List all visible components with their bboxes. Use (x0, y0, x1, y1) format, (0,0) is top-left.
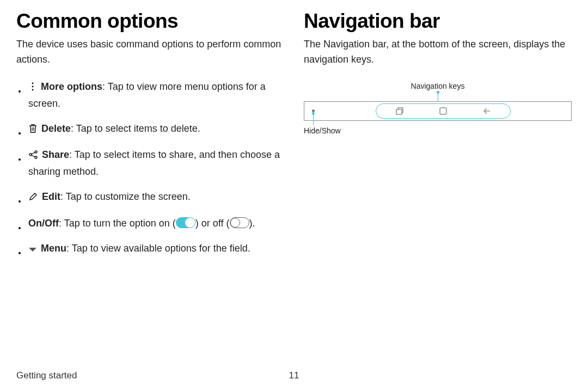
desc-onoff-c: ). (249, 218, 255, 229)
delete-icon (28, 123, 38, 138)
label-hide-show: Hide/Show (304, 126, 341, 135)
svg-point-5 (35, 156, 37, 158)
label-delete: Delete (41, 123, 71, 134)
intro-navigation-bar: The Navigation bar, at the bottom of the… (304, 37, 572, 68)
label-share: Share (42, 149, 69, 160)
item-more-options: More options: Tap to view more menu opti… (16, 79, 284, 112)
heading-common-options: Common options (16, 10, 284, 33)
home-icon (438, 106, 448, 116)
more-options-icon (28, 81, 37, 96)
options-list: More options: Tap to view more menu opti… (16, 79, 284, 258)
recents-icon (395, 106, 405, 116)
svg-point-1 (32, 85, 34, 87)
back-icon (482, 106, 492, 116)
footer-page-number: 11 (289, 370, 299, 381)
right-column: Navigation bar The Navigation bar, at th… (304, 10, 572, 268)
footer-section: Getting started (16, 370, 77, 381)
item-delete: Delete: Tap to select items to delete. (16, 121, 284, 138)
item-edit: Edit: Tap to customize the screen. (16, 189, 284, 206)
toggle-off-icon (230, 217, 249, 228)
item-share: Share: Tap to select items to share, and… (16, 148, 284, 180)
label-more-options: More options (41, 81, 102, 92)
intro-common-options: The device uses basic command options to… (16, 37, 284, 68)
edit-icon (28, 191, 38, 206)
desc-menu: : Tap to view available options for the … (66, 243, 250, 254)
leader-line-bottom (313, 113, 314, 125)
navbar-box (304, 101, 572, 121)
menu-icon (28, 243, 37, 258)
svg-point-2 (32, 89, 34, 90)
svg-rect-6 (396, 109, 402, 114)
item-onoff: On/Off: Tap to turn the option on () or … (16, 216, 284, 231)
heading-navigation-bar: Navigation bar (304, 10, 572, 33)
label-menu: Menu (41, 243, 66, 254)
leader-line-top (438, 93, 438, 101)
item-menu: Menu: Tap to view available options for … (16, 241, 284, 258)
left-column: Common options The device uses basic com… (16, 10, 284, 268)
label-edit: Edit (42, 191, 60, 202)
nav-keys-group (376, 103, 511, 119)
desc-onoff-b: ) or off ( (195, 218, 230, 229)
label-onoff: On/Off (28, 218, 59, 229)
desc-delete: : Tap to select items to delete. (71, 123, 200, 134)
desc-edit: : Tap to customize the screen. (60, 191, 191, 202)
share-icon (28, 149, 38, 164)
navigation-diagram: Navigation keys (304, 82, 572, 121)
page-footer: Getting started 11 (16, 370, 572, 381)
label-navigation-keys: Navigation keys (304, 82, 572, 90)
svg-point-4 (29, 154, 32, 156)
svg-point-0 (32, 82, 34, 84)
svg-rect-7 (440, 108, 446, 114)
desc-onoff-a: : Tap to turn the option on ( (59, 218, 176, 229)
svg-point-3 (35, 151, 37, 153)
toggle-on-icon (176, 217, 195, 228)
